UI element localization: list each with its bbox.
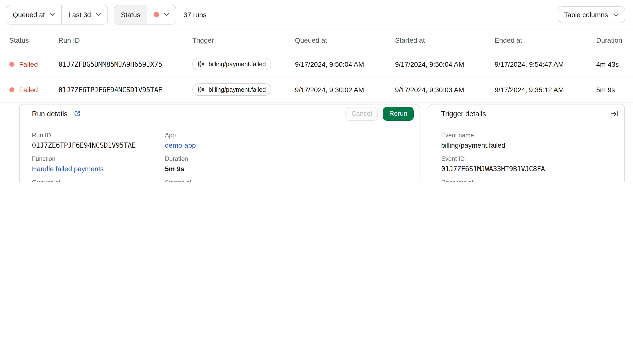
field-event-name: Event name billing/payment.failed [441,132,624,149]
status-text: Failed [19,60,38,68]
run-id-value: 01J7ZE6TPJF6E94NCSD1V95TAE [32,141,165,149]
status-filter-label: Status [114,5,147,24]
collapse-right-icon [610,110,618,118]
time-filter-group: Queued at Last 3d [6,5,108,24]
column-header-trigger: Trigger [192,36,295,44]
cell-ended-at: 9/17/2024, 9:35:12 AM [494,86,596,94]
table-columns-button[interactable]: Table columns [558,6,625,23]
chevron-down-icon [96,13,101,16]
cell-duration: 4m 43s [596,60,633,68]
collapse-panel-button[interactable] [610,109,619,118]
app-link[interactable]: demo-app [165,141,420,149]
cell-run-id: 01J7ZE6TPJF6E94NCSD1V95TAE [58,86,192,94]
run-details-panel: Run details Cancel Rerun Run ID 01J7ZE6T… [19,104,420,182]
field-app: App demo-app [165,132,420,149]
cancel-button[interactable]: Cancel [346,107,378,120]
runs-count: 37 runs [184,10,206,18]
external-link-icon [73,110,81,117]
column-header-started-at: Started at [395,36,494,44]
time-range-label: Last 3d [68,10,91,18]
run-details-header: Run details Cancel Rerun [20,104,420,123]
rerun-button[interactable]: Rerun [383,107,414,120]
run-details-body: Run ID 01J7ZE6TPJF6E94NCSD1V95TAE App de… [20,123,420,182]
trigger-details-body: Event name billing/payment.failed Event … [429,123,624,182]
status-failed-dot-icon [9,87,14,92]
status-filter-group: Status [114,5,176,24]
table-body: Failed01J7ZFBG5DMM85MJA9H659JX75billing/… [0,52,633,102]
table-row[interactable]: Failed01J7ZFBG5DMM85MJA9H659JX75billing/… [0,52,633,77]
event-icon [198,61,205,67]
field-run-id: Run ID 01J7ZE6TPJF6E94NCSD1V95TAE [32,132,165,149]
event-name-value: billing/payment.failed [441,141,624,149]
cell-run-id: 01J7ZFBG5DMM85MJA9H659JX75 [58,60,192,68]
open-run-external-button[interactable] [72,109,82,118]
filter-toolbar: Queued at Last 3d Status 37 runs Table c… [0,0,633,30]
cell-queued-at: 9/17/2024, 9:50:04 AM [295,60,395,68]
cell-trigger: billing/payment.failed [192,58,295,70]
cell-status: Failed [9,86,58,94]
column-header-duration: Duration [596,36,633,44]
column-header-ended-at: Ended at [494,36,596,44]
field-event-id: Event ID 01J7ZE6S1MJWA33HT9B1VJC8FA [441,156,624,173]
event-id-value: 01J7ZE6S1MJWA33HT9B1VJC8FA [441,165,624,173]
cell-queued-at: 9/17/2024, 9:30:02 AM [295,86,395,94]
cell-duration: 5m 9s [596,86,633,94]
queued-at-filter-button[interactable]: Queued at [6,5,62,24]
queued-at-filter-label: Queued at [13,10,45,18]
time-range-button[interactable]: Last 3d [62,5,108,24]
function-link[interactable]: Handle failed payments [32,165,165,173]
field-queued-at: Queued at 9/17/2024, 9:30:02 AM [32,179,165,182]
runs-dashboard: Queued at Last 3d Status 37 runs Table c… [0,0,633,182]
trigger-details-header: Trigger details [429,104,624,123]
column-header-status: Status [9,36,58,44]
status-text: Failed [19,86,38,94]
status-failed-dot-icon [154,12,159,17]
cell-started-at: 9/17/2024, 9:50:04 AM [395,60,494,68]
field-received-at: Received at 9/17/2024, 9:30:00 AM [441,179,624,182]
trigger-details-panel: Trigger details Event name billing/payme… [429,104,625,182]
column-header-run-id: Run ID [58,36,192,44]
trigger-pill[interactable]: billing/payment.failed [192,58,271,70]
trigger-pill-label: billing/payment.failed [208,86,266,93]
column-header-queued-at: Queued at [295,36,395,44]
field-function: Function Handle failed payments [32,156,165,173]
trigger-details-title: Trigger details [441,110,486,118]
field-duration: Duration 5m 9s [165,156,420,173]
trigger-pill-label: billing/payment.failed [208,60,266,68]
chevron-down-icon [613,13,619,16]
table-columns-label: Table columns [564,11,608,19]
status-filter-value-button[interactable] [147,5,176,24]
trigger-pill[interactable]: billing/payment.failed [192,84,271,96]
field-started-at: Started at 9/17/2024, 9:30:03 AM [165,179,420,182]
cell-started-at: 9/17/2024, 9:30:03 AM [395,86,494,94]
chevron-down-icon [164,13,169,16]
status-failed-dot-icon [9,62,14,66]
cell-trigger: billing/payment.failed [192,84,295,96]
run-details-title: Run details [32,110,68,118]
event-icon [198,86,205,93]
table-row[interactable]: Failed01J7ZE6TPJF6E94NCSD1V95TAEbilling/… [0,77,633,102]
chevron-down-icon [50,13,55,16]
cell-ended-at: 9/17/2024, 9:54:47 AM [494,60,596,68]
duration-value: 5m 9s [165,165,420,173]
table-header: Status Run ID Trigger Queued at Started … [0,29,633,52]
cell-status: Failed [9,60,58,68]
